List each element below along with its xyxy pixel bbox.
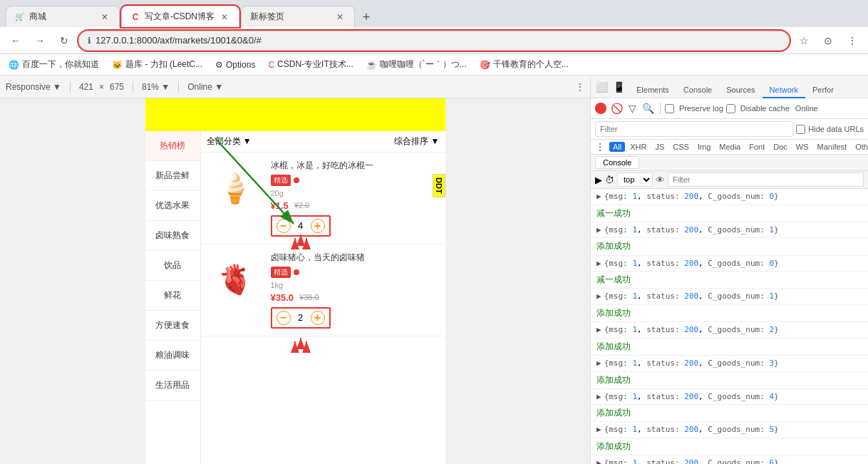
console-sub-tab-bar: Console: [591, 155, 868, 171]
device-toolbar-icon[interactable]: 📱: [611, 79, 626, 95]
tab-shop-close[interactable]: ✕: [99, 11, 110, 23]
expand-icon-8[interactable]: ▶: [596, 324, 601, 336]
zoom-selector[interactable]: 81% ▼: [142, 82, 170, 92]
console-entry-14: ▶ {msg: 1, status: 200, C_goods_num: 5}: [591, 422, 868, 438]
refresh-button[interactable]: ↻: [54, 31, 74, 51]
expand-icon-16[interactable]: ▶: [596, 457, 601, 464]
sidebar-item-hot[interactable]: 热销榜: [145, 131, 200, 161]
sidebar-item-fastfood[interactable]: 方便速食: [145, 311, 200, 341]
inspect-icon[interactable]: ⬜: [594, 79, 609, 95]
devtools-panel: ⬜ 📱 Elements Console Sources Network Per…: [590, 76, 868, 464]
bookmark-baidu[interactable]: 🌐 百度一下，你就知道: [6, 57, 102, 72]
expand-icon-4[interactable]: ▶: [596, 257, 601, 270]
devtools-tab-sources[interactable]: Sources: [719, 83, 762, 98]
devtools-tab-console[interactable]: Console: [676, 83, 719, 98]
expand-icon-12[interactable]: ▶: [596, 391, 601, 403]
qty-plus-pork[interactable]: +: [311, 311, 325, 325]
devtools-tab-elements[interactable]: Elements: [629, 83, 676, 98]
bookmarks-bar: 🌐 百度一下，你就知道 🐱 题库 - 力扣 (LeetC... ⚙ Option…: [0, 54, 868, 76]
hide-data-urls-checkbox[interactable]: [796, 125, 805, 134]
more-options-icon[interactable]: ⋮: [576, 82, 584, 92]
page-inner: 热销榜 新品尝鲜 优选水果 卤味熟食 饮品 鲜花 方便速食 粮油调味 生活用品: [145, 98, 445, 464]
tab-shop-label: 商城: [29, 11, 46, 23]
sidebar-item-new[interactable]: 新品尝鲜: [145, 161, 200, 191]
new-tab-button[interactable]: +: [356, 7, 376, 27]
viewport-height[interactable]: 675: [110, 82, 124, 92]
expand-icon-2[interactable]: ▶: [596, 224, 601, 237]
filter-type-doc[interactable]: Doc: [770, 142, 791, 152]
bookmark-options[interactable]: ⚙ Options: [212, 58, 258, 71]
profile-button[interactable]: ⊙: [818, 31, 838, 51]
filter-toggle-icon[interactable]: ▽: [627, 101, 638, 115]
sidebar-item-flowers[interactable]: 鲜花: [145, 281, 200, 311]
url-box[interactable]: ℹ 127.0.0.1:8000/axf/markets/1001&0&0/#: [78, 31, 790, 51]
filter-type-all[interactable]: All: [609, 142, 625, 152]
forward-button[interactable]: →: [30, 31, 50, 51]
bookmark-leetcode[interactable]: 🐱 题库 - 力扣 (LeetC...: [109, 57, 205, 72]
devtools-tab-perf[interactable]: Perfor: [805, 83, 841, 98]
qty-control-pork: − 2 +: [271, 307, 331, 329]
scope-expand-icon[interactable]: ▶: [595, 175, 602, 185]
scope-bar: ▶ ⏱ top 👁: [591, 171, 868, 189]
tab-shop[interactable]: 🛒 商城 ✕: [6, 6, 120, 27]
network-selector[interactable]: Online ▼: [187, 82, 223, 92]
menu-button[interactable]: ⋮: [842, 31, 862, 51]
filter-type-ws[interactable]: WS: [792, 142, 812, 152]
filter-type-css[interactable]: CSS: [669, 142, 693, 152]
filter-type-font[interactable]: Font: [745, 142, 768, 152]
record-button[interactable]: [595, 103, 606, 114]
qty-minus-pork[interactable]: −: [277, 311, 291, 325]
sidebar-item-drinks[interactable]: 饮品: [145, 251, 200, 281]
qty-minus-icecream[interactable]: −: [277, 219, 291, 233]
scope-record-icon[interactable]: ⏱: [605, 175, 614, 185]
tab-newtab-close[interactable]: ✕: [334, 11, 346, 23]
scope-filter-input[interactable]: [668, 172, 864, 187]
back-button[interactable]: ←: [6, 31, 26, 51]
sort-btn[interactable]: 综合排序 ▼: [394, 135, 439, 148]
category-filter-btn[interactable]: 全部分类 ▼: [207, 135, 252, 148]
extensions-button[interactable]: ☆: [794, 31, 814, 51]
page-viewport: 热销榜 新品尝鲜 优选水果 卤味熟食 饮品 鲜花 方便速食 粮油调味 生活用品: [0, 98, 590, 464]
sidebar-item-meat[interactable]: 卤味熟食: [145, 221, 200, 251]
filter-input[interactable]: [595, 121, 793, 137]
expand-icon-10[interactable]: ▶: [596, 357, 601, 370]
filter-type-media[interactable]: Media: [715, 142, 744, 152]
filter-type-manifest[interactable]: Manifest: [814, 142, 851, 152]
filter-type-js[interactable]: JS: [651, 142, 668, 152]
disable-cache-checkbox[interactable]: [726, 104, 735, 113]
devtools-tab-network[interactable]: Network: [763, 83, 805, 98]
tab-csdn-close[interactable]: ✕: [219, 11, 230, 23]
sidebar-item-fruit[interactable]: 优选水果: [145, 191, 200, 221]
bookmark-curry[interactable]: ☕ 咖哩咖哩（´ー｀）つ...: [363, 57, 470, 72]
filter-type-xhr[interactable]: XHR: [626, 142, 650, 152]
device-selector[interactable]: Responsive ▼: [6, 82, 61, 92]
bookmark-options-label: Options: [226, 60, 255, 70]
eye-icon[interactable]: 👁: [656, 175, 665, 185]
filter-row: Hide data URLs: [591, 119, 868, 140]
price-original-pork: ¥38.0: [299, 293, 319, 301]
qty-plus-icecream[interactable]: +: [311, 219, 325, 233]
tab-csdn[interactable]: C 写文章-CSDN博客 ✕: [121, 6, 239, 27]
sidebar-item-grain[interactable]: 粮油调味: [145, 341, 200, 371]
search-icon[interactable]: 🔍: [641, 101, 656, 115]
viewport-width[interactable]: 421: [79, 82, 93, 92]
tab-newtab[interactable]: 新标签页 ✕: [241, 6, 355, 27]
preserve-log-checkbox[interactable]: [665, 104, 674, 113]
filter-type-other[interactable]: Other: [852, 142, 868, 152]
bookmark-options-icon: ⚙: [215, 60, 223, 70]
bookmark-csdn[interactable]: C CSDN-专业IT技术...: [265, 57, 356, 72]
secure-icon: ℹ: [88, 36, 91, 46]
network-toolbar-row1: 🚫 ▽ 🔍 Preserve log Disable cache Online: [591, 98, 868, 119]
expand-icon-6[interactable]: ▶: [596, 290, 601, 303]
filter-dots[interactable]: ⋮: [595, 141, 605, 153]
console-sub-tab[interactable]: Console: [595, 156, 639, 169]
expand-icon-0[interactable]: ▶: [596, 190, 601, 203]
console-log: ▶ {msg: 1, status: 200, C_goods_num: 0} …: [591, 189, 868, 464]
online-label: Online: [795, 104, 818, 113]
clear-icon[interactable]: 🚫: [609, 101, 624, 115]
filter-type-img[interactable]: Img: [694, 142, 714, 152]
expand-icon-14[interactable]: ▶: [596, 423, 601, 436]
scope-selector[interactable]: top: [617, 172, 653, 187]
sidebar-item-daily[interactable]: 生活用品: [145, 371, 200, 401]
bookmark-qianfeng[interactable]: 🎯 千锋教育的个人空...: [477, 57, 572, 72]
